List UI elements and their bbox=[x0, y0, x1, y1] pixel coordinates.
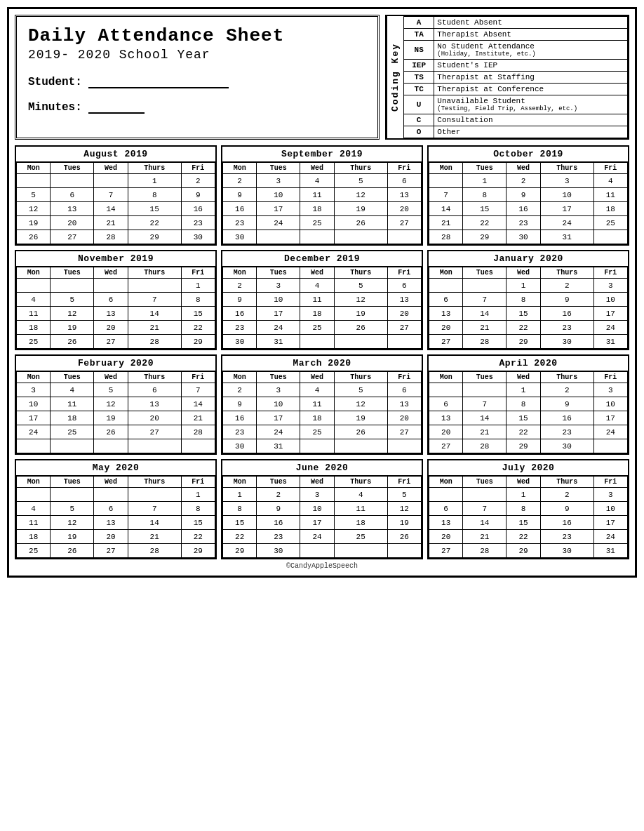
calendar-day-cell[interactable]: 16 bbox=[540, 411, 593, 425]
calendar-day-cell[interactable]: 28 bbox=[463, 439, 507, 453]
calendar-day-cell[interactable]: 8 bbox=[507, 293, 540, 307]
calendar-day-cell[interactable]: 12 bbox=[334, 188, 387, 202]
calendar-day-cell[interactable]: 20 bbox=[128, 411, 181, 425]
calendar-day-cell[interactable]: 3 bbox=[17, 383, 51, 397]
calendar-day-cell[interactable]: 23 bbox=[257, 530, 300, 544]
calendar-day-cell[interactable] bbox=[51, 279, 94, 293]
calendar-day-cell[interactable] bbox=[94, 439, 128, 453]
calendar-day-cell[interactable]: 21 bbox=[128, 530, 181, 544]
calendar-day-cell[interactable]: 15 bbox=[463, 202, 507, 216]
calendar-day-cell[interactable]: 27 bbox=[387, 425, 421, 439]
calendar-day-cell[interactable]: 11 bbox=[17, 307, 51, 321]
calendar-day-cell[interactable] bbox=[429, 279, 463, 293]
calendar-day-cell[interactable] bbox=[128, 279, 181, 293]
calendar-day-cell[interactable] bbox=[94, 279, 128, 293]
calendar-day-cell[interactable]: 23 bbox=[181, 216, 215, 230]
calendar-day-cell[interactable]: 27 bbox=[387, 216, 421, 230]
calendar-day-cell[interactable]: 31 bbox=[593, 544, 627, 558]
calendar-day-cell[interactable]: 28 bbox=[181, 425, 215, 439]
calendar-day-cell[interactable]: 26 bbox=[94, 425, 128, 439]
calendar-day-cell[interactable]: 27 bbox=[429, 544, 463, 558]
calendar-day-cell[interactable]: 30 bbox=[223, 439, 257, 453]
calendar-day-cell[interactable] bbox=[17, 439, 51, 453]
calendar-day-cell[interactable]: 27 bbox=[94, 544, 128, 558]
calendar-day-cell[interactable]: 27 bbox=[429, 439, 463, 453]
calendar-day-cell[interactable]: 10 bbox=[593, 502, 627, 516]
calendar-day-cell[interactable]: 20 bbox=[429, 425, 463, 439]
calendar-day-cell[interactable]: 22 bbox=[507, 425, 540, 439]
calendar-day-cell[interactable]: 7 bbox=[463, 502, 507, 516]
calendar-day-cell[interactable] bbox=[257, 230, 300, 244]
calendar-day-cell[interactable] bbox=[463, 279, 507, 293]
calendar-day-cell[interactable]: 15 bbox=[181, 307, 215, 321]
calendar-day-cell[interactable]: 13 bbox=[387, 293, 421, 307]
calendar-day-cell[interactable]: 25 bbox=[593, 216, 627, 230]
calendar-day-cell[interactable]: 31 bbox=[593, 335, 627, 349]
calendar-day-cell[interactable]: 9 bbox=[181, 188, 215, 202]
calendar-day-cell[interactable]: 8 bbox=[181, 293, 215, 307]
calendar-day-cell[interactable]: 27 bbox=[429, 335, 463, 349]
calendar-day-cell[interactable]: 13 bbox=[429, 516, 463, 530]
calendar-day-cell[interactable]: 7 bbox=[128, 293, 181, 307]
calendar-day-cell[interactable]: 9 bbox=[223, 293, 257, 307]
calendar-day-cell[interactable]: 10 bbox=[257, 188, 300, 202]
calendar-day-cell[interactable]: 2 bbox=[257, 488, 300, 502]
calendar-day-cell[interactable] bbox=[17, 279, 51, 293]
calendar-day-cell[interactable]: 18 bbox=[300, 202, 334, 216]
calendar-day-cell[interactable]: 27 bbox=[387, 321, 421, 335]
calendar-day-cell[interactable]: 4 bbox=[593, 174, 627, 188]
calendar-day-cell[interactable]: 7 bbox=[128, 502, 181, 516]
calendar-day-cell[interactable] bbox=[429, 383, 463, 397]
calendar-day-cell[interactable]: 12 bbox=[51, 307, 94, 321]
calendar-day-cell[interactable]: 29 bbox=[128, 230, 181, 244]
calendar-day-cell[interactable]: 19 bbox=[51, 321, 94, 335]
calendar-day-cell[interactable]: 30 bbox=[507, 230, 540, 244]
calendar-day-cell[interactable]: 16 bbox=[257, 516, 300, 530]
calendar-day-cell[interactable]: 29 bbox=[223, 544, 257, 558]
calendar-day-cell[interactable]: 20 bbox=[94, 530, 128, 544]
calendar-day-cell[interactable]: 6 bbox=[94, 502, 128, 516]
calendar-day-cell[interactable]: 27 bbox=[51, 230, 94, 244]
calendar-day-cell[interactable]: 13 bbox=[429, 411, 463, 425]
calendar-day-cell[interactable]: 2 bbox=[181, 174, 215, 188]
calendar-day-cell[interactable]: 8 bbox=[181, 502, 215, 516]
calendar-day-cell[interactable]: 11 bbox=[300, 188, 334, 202]
calendar-day-cell[interactable]: 19 bbox=[334, 411, 387, 425]
calendar-day-cell[interactable]: 1 bbox=[463, 174, 507, 188]
calendar-day-cell[interactable]: 24 bbox=[257, 425, 300, 439]
calendar-day-cell[interactable]: 22 bbox=[128, 216, 181, 230]
calendar-day-cell[interactable] bbox=[387, 544, 421, 558]
calendar-day-cell[interactable]: 26 bbox=[334, 425, 387, 439]
calendar-day-cell[interactable]: 10 bbox=[593, 293, 627, 307]
calendar-day-cell[interactable]: 6 bbox=[387, 279, 421, 293]
calendar-day-cell[interactable] bbox=[94, 174, 128, 188]
calendar-day-cell[interactable]: 31 bbox=[257, 335, 300, 349]
calendar-day-cell[interactable]: 6 bbox=[128, 383, 181, 397]
calendar-day-cell[interactable]: 18 bbox=[300, 411, 334, 425]
calendar-day-cell[interactable]: 2 bbox=[223, 383, 257, 397]
calendar-day-cell[interactable]: 13 bbox=[51, 202, 94, 216]
calendar-day-cell[interactable]: 25 bbox=[17, 335, 51, 349]
calendar-day-cell[interactable]: 3 bbox=[257, 383, 300, 397]
calendar-day-cell[interactable]: 2 bbox=[223, 174, 257, 188]
calendar-day-cell[interactable]: 17 bbox=[540, 202, 593, 216]
calendar-day-cell[interactable]: 13 bbox=[128, 397, 181, 411]
calendar-day-cell[interactable]: 2 bbox=[540, 488, 593, 502]
calendar-day-cell[interactable] bbox=[387, 439, 421, 453]
calendar-day-cell[interactable]: 17 bbox=[593, 516, 627, 530]
calendar-day-cell[interactable]: 23 bbox=[507, 216, 540, 230]
calendar-day-cell[interactable]: 12 bbox=[94, 397, 128, 411]
calendar-day-cell[interactable]: 11 bbox=[17, 516, 51, 530]
calendar-day-cell[interactable] bbox=[387, 335, 421, 349]
calendar-day-cell[interactable]: 28 bbox=[429, 230, 463, 244]
calendar-day-cell[interactable]: 15 bbox=[223, 516, 257, 530]
calendar-day-cell[interactable] bbox=[181, 439, 215, 453]
calendar-day-cell[interactable]: 27 bbox=[94, 335, 128, 349]
calendar-day-cell[interactable]: 30 bbox=[181, 230, 215, 244]
calendar-day-cell[interactable]: 8 bbox=[128, 188, 181, 202]
calendar-day-cell[interactable]: 12 bbox=[17, 202, 51, 216]
calendar-day-cell[interactable]: 15 bbox=[507, 516, 540, 530]
calendar-day-cell[interactable]: 18 bbox=[17, 530, 51, 544]
calendar-day-cell[interactable]: 22 bbox=[507, 321, 540, 335]
calendar-day-cell[interactable]: 10 bbox=[593, 397, 627, 411]
